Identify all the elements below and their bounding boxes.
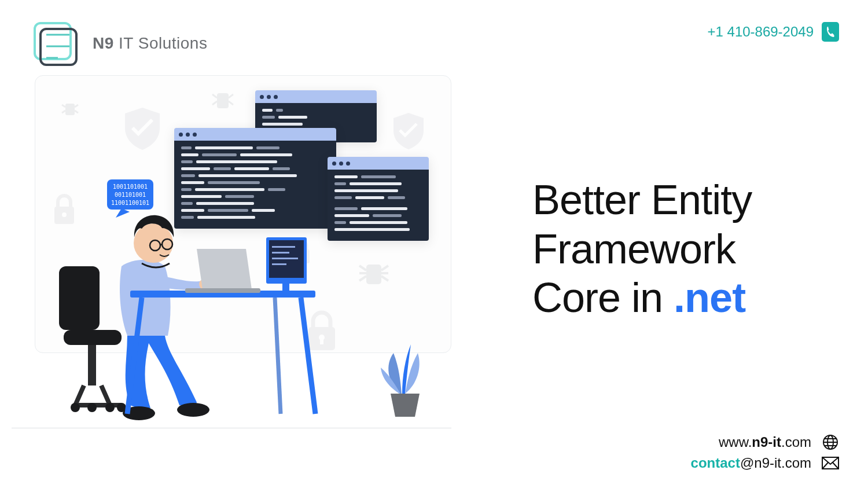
shield-icon <box>391 111 426 151</box>
company-name: N9 IT Solutions <box>93 34 207 53</box>
svg-point-36 <box>105 403 115 412</box>
logo-icon <box>29 17 81 69</box>
svg-line-8 <box>212 94 217 98</box>
svg-rect-52 <box>272 252 289 254</box>
developer-person <box>120 215 209 420</box>
shield-icon <box>122 105 163 151</box>
svg-rect-2 <box>65 104 75 115</box>
svg-rect-49 <box>282 284 289 292</box>
globe-icon <box>822 434 839 450</box>
page-headline: Better Entity Framework Core in .net <box>480 175 839 323</box>
main-content: 1001101001 001101001 11001100101 <box>0 75 868 423</box>
company-logo: N9 IT Solutions <box>29 17 207 69</box>
phone-contact[interactable]: +1 410-869-2049 <box>708 17 840 42</box>
svg-rect-7 <box>217 93 229 108</box>
bug-icon <box>58 99 82 122</box>
svg-rect-32 <box>88 345 96 385</box>
svg-point-33 <box>71 403 80 412</box>
floor-line <box>12 428 451 428</box>
svg-point-35 <box>87 403 97 412</box>
footer-contact: www.n9-it.com contact@n9-it.com <box>691 434 839 471</box>
svg-rect-50 <box>275 291 297 293</box>
svg-rect-51 <box>272 246 295 248</box>
svg-rect-53 <box>272 258 298 259</box>
monitor <box>266 237 307 293</box>
bug-icon <box>209 87 237 115</box>
svg-text:11001100101: 11001100101 <box>111 200 149 206</box>
svg-point-44 <box>134 241 141 251</box>
svg-line-6 <box>75 111 78 113</box>
svg-line-3 <box>62 105 65 107</box>
plant <box>381 344 420 417</box>
svg-text:1001101001: 1001101001 <box>113 183 148 190</box>
website-link[interactable]: www.n9-it.com <box>719 434 839 450</box>
header: N9 IT Solutions +1 410-869-2049 <box>0 0 868 75</box>
svg-rect-31 <box>64 330 122 345</box>
svg-rect-30 <box>59 266 100 330</box>
headline-text: Better Entity Framework Core in .net <box>532 175 839 323</box>
phone-number: +1 410-869-2049 <box>708 24 814 40</box>
svg-point-38 <box>177 403 209 417</box>
office-chair <box>59 266 126 412</box>
svg-text:001101001: 001101001 <box>115 192 146 198</box>
mail-icon <box>822 457 839 469</box>
svg-line-11 <box>229 101 233 105</box>
svg-rect-46 <box>185 288 260 293</box>
svg-line-5 <box>62 111 65 113</box>
svg-rect-54 <box>272 263 286 265</box>
svg-line-43 <box>160 244 163 245</box>
svg-line-9 <box>229 94 233 98</box>
hero-illustration: 1001101001 001101001 11001100101 <box>29 75 480 423</box>
svg-line-10 <box>212 101 217 105</box>
developer-scene: 1001101001 001101001 11001100101 <box>52 179 457 428</box>
binary-speech-bubble: 1001101001 001101001 11001100101 <box>107 179 153 218</box>
phone-icon <box>822 22 839 42</box>
email-link[interactable]: contact@n9-it.com <box>691 455 839 471</box>
svg-line-4 <box>75 105 78 107</box>
